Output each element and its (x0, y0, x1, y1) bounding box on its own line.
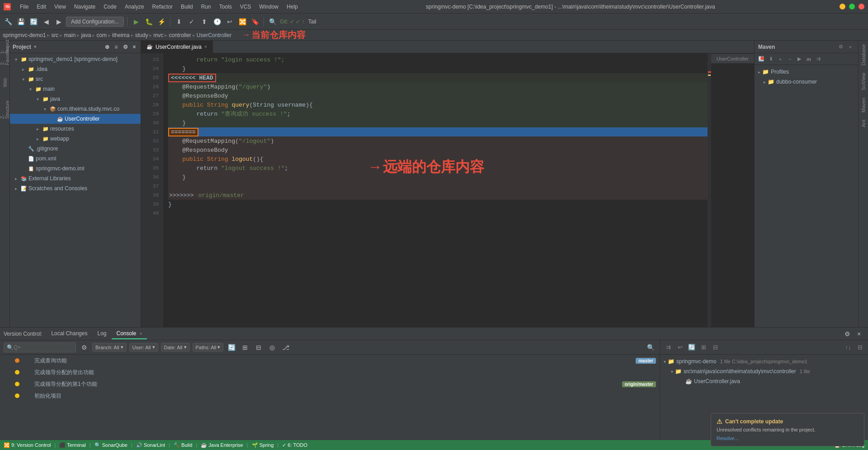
status-sonarlint[interactable]: 🔊 SonarLint (136, 442, 165, 448)
maven-settings-btn[interactable]: ⚙ (837, 43, 845, 51)
status-terminal[interactable]: ⬛ Terminal (59, 442, 85, 448)
change-leaf[interactable]: ☕ UserController.java (664, 376, 864, 386)
vc-right-redo-btn[interactable]: 🔄 (687, 343, 696, 352)
project-locate-icon[interactable]: ⊕ (104, 43, 111, 51)
toolbar-git-revert[interactable]: ↩ (224, 16, 235, 27)
status-build[interactable]: 🔨 Build (174, 442, 193, 448)
vc-user-filter[interactable]: User: All ▾ (129, 343, 158, 352)
maven-strip[interactable]: Maven (860, 94, 867, 116)
toolbar-sync-btn[interactable]: 🔄 (28, 16, 39, 27)
tree-item-usercontroller[interactable]: ▸ ☕ UserController (10, 114, 141, 124)
breadcrumb-mvc[interactable]: mvc (153, 32, 163, 38)
toolbar-bookmark-btn[interactable]: 🔖 (250, 16, 260, 27)
tree-item-scratches[interactable]: ▸ 📝 Scratches and Consoles (10, 183, 141, 193)
project-dropdown-icon[interactable]: ▾ (34, 44, 36, 49)
menu-navigate[interactable]: Navigate (71, 3, 99, 11)
vc-filter-settings-btn[interactable]: ⚙ (79, 342, 90, 353)
maven-remove-btn[interactable]: − (786, 55, 794, 63)
bottom-close-btn[interactable]: × (854, 328, 864, 339)
tree-item-main[interactable]: ▾ 📁 main (10, 84, 141, 94)
vc-expand-btn[interactable]: ⊟ (253, 342, 264, 353)
menu-edit[interactable]: Edit (33, 3, 50, 11)
menu-run[interactable]: Run (198, 3, 215, 11)
tab-usercontroller[interactable]: ☕ UserController.java × (141, 41, 213, 53)
project-collapse-icon[interactable]: ≡ (113, 43, 120, 51)
vc-refresh-btn[interactable]: 🔄 (226, 342, 237, 353)
toolbar-save-btn[interactable]: 💾 (15, 16, 26, 27)
vc-right-group-btn[interactable]: ⊞ (699, 343, 708, 352)
status-todo[interactable]: ✓ 6: TODO (282, 442, 307, 448)
tree-item-java[interactable]: ▾ 📁 java (10, 94, 141, 104)
commit-row-2[interactable]: 完成领导分配的登出功能 (0, 366, 660, 378)
add-configuration-button[interactable]: Add Configuration... (66, 17, 124, 27)
code-editor[interactable]: 23 24 25 26 27 28 29 30 31 32 33 34 35 3… (141, 53, 711, 327)
breadcrumb-project[interactable]: springmvc-demo1 (3, 32, 46, 38)
web-strip-icon[interactable]: Web (1, 79, 9, 87)
vc-search-box[interactable]: 🔍 (4, 342, 76, 352)
vc-right-undo-btn[interactable]: ↩ (675, 343, 684, 352)
menu-tools[interactable]: Tools (216, 3, 236, 11)
toolbar-git-push[interactable]: ⬆ (199, 16, 210, 27)
breadcrumb-itheima[interactable]: itheima (112, 32, 130, 38)
tree-item-pom[interactable]: ▸ 📄 pom.xml (10, 154, 141, 164)
vc-right-collapse-btn[interactable]: ⊟ (855, 343, 864, 352)
tree-item-iml[interactable]: ▸ 📋 springmvc-demo.iml (10, 164, 141, 173)
toolbar-git-commit[interactable]: ✓ (186, 16, 197, 27)
menu-view[interactable]: View (51, 3, 70, 11)
tree-item-gitignore[interactable]: ▸ 🔧 .gitignore (10, 144, 141, 154)
menu-code[interactable]: Code (100, 3, 120, 11)
structure-strip-icon[interactable]: Z-Structure (1, 106, 9, 114)
breadcrumb-controller[interactable]: controller (169, 32, 191, 38)
change-child[interactable]: ▾ 📁 src\main\java\com\itheima\study\mvc\… (664, 366, 864, 376)
toolbar-intellij-icon[interactable]: 🔧 (3, 16, 14, 27)
tree-item-root[interactable]: ▾ 📁 springmvc_demo1 [springmvc-demo] (10, 54, 141, 64)
breadcrumb-study[interactable]: study (135, 32, 148, 38)
vc-paths-filter[interactable]: Paths: All ▾ (193, 343, 224, 352)
menu-refactor[interactable]: Refactor (149, 3, 176, 11)
breadcrumb-main[interactable]: main (64, 32, 75, 38)
vc-search-right-btn[interactable]: 🔍 (645, 342, 656, 353)
tab-console[interactable]: Console × (112, 328, 146, 339)
tree-item-package[interactable]: ▾ 📦 com.itheima.study.mvc.co (10, 104, 141, 114)
toolbar-git-update[interactable]: ⬇ (174, 16, 184, 27)
maven-add-btn[interactable]: + (776, 55, 784, 63)
project-settings-icon[interactable]: ⚙ (122, 43, 129, 51)
close-button[interactable] (859, 4, 864, 9)
toolbar-back-btn[interactable]: ◀ (41, 16, 52, 27)
vc-highlight-btn[interactable]: ◎ (267, 342, 278, 353)
toolbar-search-btn[interactable]: 🔍 (267, 16, 278, 27)
resolve-link[interactable]: Resolve... (717, 436, 739, 440)
breadcrumb-java[interactable]: java (81, 32, 91, 38)
vc-collapse-btn[interactable]: ⊞ (240, 342, 250, 353)
toolbar-git-history[interactable]: 🕐 (212, 16, 222, 27)
minimize-button[interactable] (840, 4, 845, 9)
menu-file[interactable]: File (16, 3, 32, 11)
vc-right-group2-btn[interactable]: ⊟ (711, 343, 720, 352)
maven-m-btn[interactable]: m (805, 55, 813, 63)
bottom-settings-btn[interactable]: ⚙ (842, 328, 853, 339)
vc-branch-filter[interactable]: Branch: All ▾ (92, 343, 127, 352)
code-content[interactable]: return "login success !"; } <<<<<<< HEAD… (163, 53, 708, 327)
debug-btn[interactable]: 🐛 (143, 16, 154, 27)
commit-row-4[interactable]: 初始化项目 (0, 390, 660, 402)
run-btn[interactable]: ▶ (131, 16, 142, 27)
breadcrumb-src[interactable]: src (51, 32, 58, 38)
breadcrumb-usercontroller[interactable]: UserController (197, 32, 231, 38)
tab-close-icon[interactable]: × (204, 44, 207, 49)
tree-item-resources[interactable]: ▸ 📁 resources (10, 124, 141, 134)
favorites-strip-icon[interactable]: 2: Favorites (1, 52, 9, 60)
maven-item-dubbo[interactable]: ▸ 📁 dubbo-consumer (756, 77, 856, 87)
vc-branch-btn[interactable]: ⎇ (280, 342, 291, 353)
console-tab-close[interactable]: × (140, 331, 142, 336)
run-config-btn[interactable]: ⚡ (156, 16, 167, 27)
menu-vcs[interactable]: VCS (236, 3, 255, 11)
menu-analyze[interactable]: Analyze (121, 3, 148, 11)
tab-local-changes[interactable]: Local Changes (47, 328, 92, 339)
database-strip[interactable]: Database (860, 41, 867, 69)
toolbar-forward-btn[interactable]: ▶ (53, 16, 64, 27)
vc-right-diff-btn[interactable]: ⇉ (664, 343, 673, 352)
breadcrumb-com[interactable]: com (96, 32, 107, 38)
maven-run-btn[interactable]: ▶ (795, 55, 803, 63)
status-sonarqube[interactable]: 🔍 SonarQube (94, 442, 127, 448)
toolbar-vcs-btn[interactable]: 🔀 (237, 16, 248, 27)
